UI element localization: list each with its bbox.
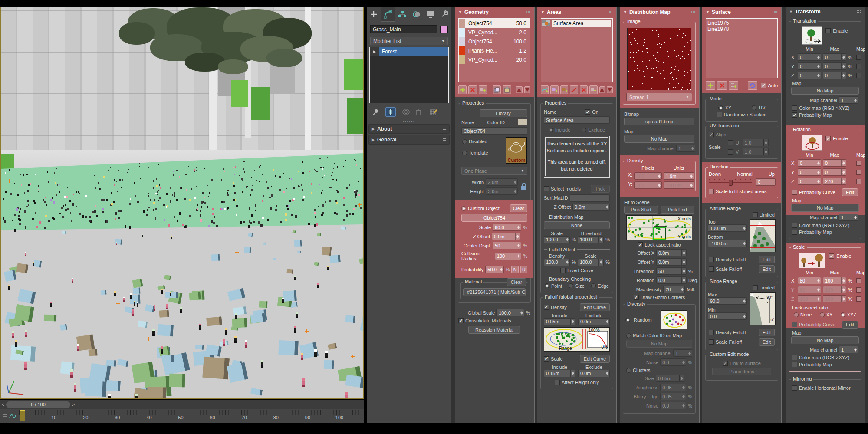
rotation-x-map-checkbox[interactable] [856, 161, 861, 166]
geometry-list-item[interactable]: VP_Cynod...20.0 [459, 55, 530, 64]
viewport-3d[interactable]: [ + ] [ Perspective ] [ Standard ] [ Def… [0, 7, 364, 399]
pick-end-button[interactable]: Pick End [661, 206, 694, 214]
tab-motion[interactable] [410, 7, 424, 22]
item-name-field[interactable]: Object754 [461, 127, 527, 135]
scale-u-spinner[interactable]: 1.0 [743, 139, 769, 146]
altitude-limited-checkbox[interactable] [753, 212, 758, 217]
rotation-y-map-checkbox[interactable] [856, 170, 861, 175]
translation-y-map-checkbox[interactable] [856, 64, 861, 69]
surface-rollout-header[interactable]: ▼ Surface [705, 7, 779, 17]
scale-probcurve-edit-button[interactable]: Edit [842, 321, 858, 329]
translation-probmap-checkbox[interactable] [792, 112, 797, 118]
draw-gizmo-checkbox[interactable] [634, 295, 639, 300]
random-radio[interactable] [625, 318, 630, 322]
offset-y-spinner[interactable]: 0.0m [656, 258, 687, 266]
align-checkbox[interactable] [709, 132, 714, 137]
custom-object-radio[interactable] [461, 206, 466, 211]
falloff-density-spinner[interactable]: 100.0 [544, 259, 570, 266]
current-frame-marker[interactable] [20, 410, 25, 421]
scale-x-max-spinner[interactable]: 160 [823, 277, 846, 284]
areas-rollout-header[interactable]: ▼ Areas [540, 7, 614, 17]
lock-xyz-radio[interactable] [841, 312, 845, 317]
areas-list[interactable]: Surface Area [541, 18, 613, 82]
slope-max-spinner[interactable]: 90.0 [708, 297, 747, 305]
rotation-x-max-spinner[interactable]: 0 [823, 159, 846, 167]
slope-limited-checkbox[interactable] [753, 285, 758, 290]
geometry-list-item[interactable]: iPlants-Fie...1.2 [459, 46, 530, 55]
area-name-field[interactable]: Surface Area [544, 116, 610, 124]
scale-colormap-checkbox[interactable] [792, 355, 797, 360]
translation-colormap-checkbox[interactable] [792, 105, 797, 111]
template-radio[interactable] [462, 151, 467, 155]
density-y-pixels-spinner[interactable]: 100 [634, 181, 662, 189]
library-button[interactable]: Library [480, 109, 527, 117]
show-end-result-button[interactable] [385, 107, 396, 117]
move-up-button[interactable] [516, 86, 522, 93]
pin-stack-button[interactable] [370, 107, 381, 117]
boundary-edge-radio[interactable] [591, 283, 596, 288]
rotation-enable-checkbox[interactable] [825, 136, 831, 141]
rotation-colormap-checkbox[interactable] [792, 223, 797, 228]
material-button[interactable]: #2125641371 ( Multi/Sub-O [463, 288, 526, 296]
add-item-button[interactable] [458, 85, 467, 94]
falloff-scale-spinner[interactable]: 100.0 [578, 259, 604, 266]
center-displacement-spinner[interactable]: 50 [493, 242, 521, 249]
modifier-stack-item-forest[interactable]: ▶ Forest [370, 47, 448, 56]
map-channel-spinner[interactable]: 1 [676, 145, 695, 152]
add-surface-button[interactable] [706, 81, 715, 90]
pick-button[interactable]: Pick [591, 185, 610, 193]
lock-none-radio[interactable] [794, 312, 799, 317]
diversity-map-channel-spinner[interactable]: 1 [673, 349, 692, 357]
disabled-radio[interactable] [462, 139, 467, 144]
modifier-list-dropdown[interactable]: Modifier List ▼ [370, 37, 448, 45]
diversity-map-button[interactable]: No Map [626, 340, 692, 348]
delete-surface-button[interactable] [717, 81, 727, 90]
track-bar[interactable]: 0102030405060708090100 [0, 409, 364, 423]
scale-v-spinner[interactable]: 1.0 [743, 148, 769, 155]
probability-spinner[interactable]: 50.0 [485, 266, 503, 273]
direction-value-field[interactable]: 0 [756, 178, 776, 186]
place-items-button[interactable]: Place Items [712, 368, 771, 375]
diversity-noise-spinner[interactable]: 0.0 [660, 358, 686, 366]
scale-edit-curve-button[interactable]: Edit Curve [580, 355, 610, 363]
altitude-scale-edit-button[interactable]: Edit [759, 265, 775, 273]
rotation-x-min-spinner[interactable]: 0 [798, 159, 821, 167]
delete-item-button[interactable] [468, 85, 477, 94]
slope-density-edit-button[interactable]: Edit [759, 329, 775, 336]
select-models-checkbox[interactable] [544, 186, 549, 191]
remove-modifier-button[interactable] [413, 107, 424, 117]
material-clear-button[interactable]: Clear [507, 278, 526, 286]
translation-x-min-spinner[interactable]: 0 [798, 53, 821, 61]
geometry-list-item[interactable]: VP_Cynod...2.0 [459, 28, 530, 37]
consolidate-materials-checkbox[interactable] [458, 318, 464, 323]
z-offset-spinner[interactable]: 0.0m [492, 233, 520, 240]
include-radio[interactable] [549, 128, 553, 132]
geometry-list-item[interactable]: Object75450.0 [459, 19, 530, 28]
invert-curve-checkbox[interactable] [560, 268, 566, 273]
scale-spinner[interactable]: 80.0 [493, 224, 521, 231]
scale-z-max-spinner[interactable]: 100 [823, 295, 846, 302]
surface-list-item[interactable]: Line1975 [707, 20, 776, 26]
translation-y-max-spinner[interactable]: 0 [823, 62, 846, 70]
rotation-y-max-spinner[interactable]: 0 [823, 168, 846, 176]
altitude-bottom-spinner[interactable]: -100.0m [708, 240, 747, 247]
move-down-button[interactable] [607, 86, 613, 93]
add-spline-area-button[interactable] [541, 85, 549, 94]
add-multiple-surfaces-button[interactable] [729, 81, 738, 90]
cluster-size-spinner[interactable]: 0.05m [656, 375, 684, 382]
horizontal-mirror-checkbox[interactable] [792, 385, 797, 391]
scale-map-channel-spinner[interactable]: 1 [839, 346, 858, 353]
translation-z-min-spinner[interactable]: 0 [798, 72, 821, 79]
falloff-density-checkbox[interactable] [544, 305, 549, 310]
mode-xy-radio[interactable] [718, 105, 723, 110]
rotation-spinner[interactable]: 0.0 [656, 276, 687, 284]
global-scale-spinner[interactable]: 100.0 [496, 309, 524, 316]
density-x-pixels-spinner[interactable]: 100 [634, 172, 662, 180]
plane-dropdown[interactable]: One Plane▼ [461, 167, 527, 175]
slope-scale-edit-button[interactable]: Edit [759, 338, 775, 346]
lock-aspect-checkbox[interactable] [638, 242, 643, 247]
scale-x-map-checkbox[interactable] [856, 278, 861, 283]
tab-display[interactable] [424, 7, 437, 22]
scale-z-map-checkbox[interactable] [856, 296, 861, 302]
add-paint-area-button[interactable] [570, 85, 578, 94]
